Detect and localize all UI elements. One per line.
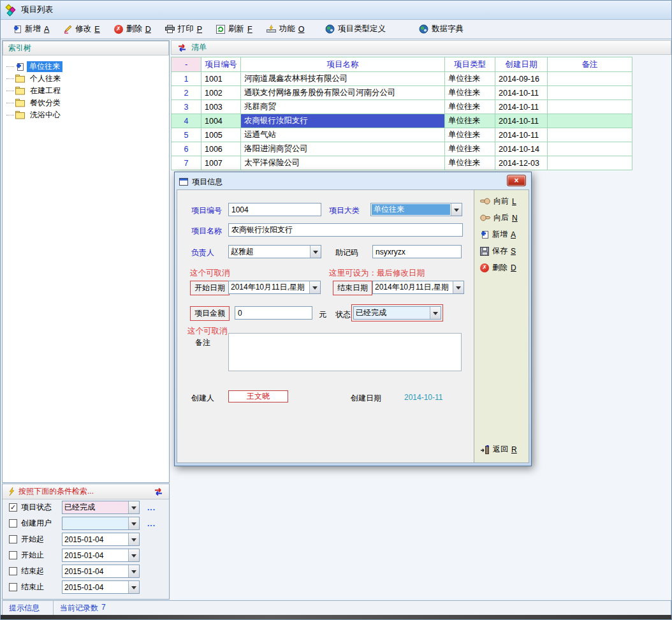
cell-name[interactable]: 河南道晟鑫农林科技有限公司	[241, 72, 445, 86]
cell-code[interactable]: 1004	[201, 114, 241, 128]
next-button[interactable]: 向后N	[480, 212, 529, 223]
chevron-down-icon[interactable]	[309, 281, 320, 293]
cell-note[interactable]	[548, 86, 632, 100]
dialog-add-button[interactable]: 新增A	[480, 229, 529, 240]
table-row[interactable]: 7 1007 太平洋保险公司 单位往来 2014-12-03	[172, 156, 632, 170]
cell-index[interactable]: 3	[172, 100, 201, 114]
cell-date[interactable]: 2014-10-14	[495, 142, 548, 156]
end-date-select[interactable]: 2014年10月11日,星期	[372, 281, 464, 294]
table-row[interactable]: 1 1001 河南道晟鑫农林科技有限公司 单位往来 2014-09-16	[172, 72, 632, 86]
chevron-down-icon[interactable]	[128, 549, 139, 561]
note-textarea[interactable]	[228, 333, 462, 371]
status-more-button[interactable]: ...	[147, 503, 156, 512]
swap-arrows-icon[interactable]	[153, 488, 164, 496]
tree-item-unit[interactable]: 单位往来	[6, 61, 169, 73]
prev-button[interactable]: 向前L	[480, 196, 529, 207]
manager-select[interactable]: 赵雅超	[228, 245, 321, 258]
end-from-date-select[interactable]: 2015-01-04	[62, 565, 140, 578]
cell-date[interactable]: 2014-10-11	[495, 86, 548, 100]
tree-item-bath[interactable]: 洗浴中心	[6, 109, 169, 121]
chevron-down-icon[interactable]	[128, 581, 139, 593]
table-row[interactable]: 2 1002 通联支付网络服务股份有限公司河南分公司 单位往来 2014-10-…	[172, 86, 632, 100]
creator-checkbox[interactable]	[9, 519, 17, 528]
start-from-date-select[interactable]: 2015-01-04	[62, 533, 140, 546]
name-input[interactable]: 农商银行汝阳支行	[228, 223, 463, 237]
cell-note[interactable]	[548, 142, 632, 156]
start-date-select[interactable]: 2014年10月11日,星期	[228, 281, 321, 294]
cell-name[interactable]: 运通气站	[241, 128, 445, 142]
cell-code[interactable]: 1005	[201, 128, 241, 142]
cell-note[interactable]	[548, 100, 632, 114]
data-dictionary-button[interactable]: 数据字典	[412, 21, 471, 38]
cell-index[interactable]: 2	[172, 86, 201, 100]
creator-more-button[interactable]: ...	[147, 519, 156, 528]
chevron-down-icon[interactable]	[128, 517, 139, 529]
end-from-checkbox[interactable]	[9, 567, 17, 575]
table-row[interactable]: 6 1006 洛阳进润商贸公司 单位往来 2014-10-14	[172, 142, 632, 156]
tree-item-construction[interactable]: 在建工程	[6, 85, 169, 97]
mnemonic-input[interactable]: nsyxryzx	[372, 245, 462, 258]
cell-type[interactable]: 单位往来	[445, 128, 495, 142]
cell-date[interactable]: 2014-09-16	[495, 72, 548, 86]
cell-type[interactable]: 单位往来	[445, 72, 495, 86]
cell-note[interactable]	[548, 156, 632, 170]
chevron-down-icon[interactable]	[451, 203, 462, 216]
table-row[interactable]: 5 1005 运通气站 单位往来 2014-10-11	[172, 128, 632, 142]
cell-index[interactable]: 6	[172, 142, 201, 156]
chevron-down-icon[interactable]	[128, 565, 139, 577]
cell-name[interactable]: 通联支付网络服务股份有限公司河南分公司	[241, 86, 445, 100]
dialog-save-button[interactable]: 保存S	[480, 246, 529, 256]
tree-item-personal[interactable]: 个人往来	[6, 73, 169, 85]
cell-date[interactable]: 2014-10-11	[495, 128, 548, 142]
chevron-down-icon[interactable]	[128, 501, 139, 513]
category-select[interactable]: 单位往来	[370, 203, 462, 216]
add-button[interactable]: 新增A	[6, 21, 56, 38]
chevron-down-icon[interactable]	[453, 281, 464, 293]
table-row-selected[interactable]: 4 1004 农商银行汝阳支行 单位往来 2014-10-11	[172, 114, 632, 128]
dialog-title-bar[interactable]: 项目信息 ×	[177, 174, 529, 189]
cell-code[interactable]: 1007	[201, 156, 241, 170]
cell-code[interactable]: 1006	[201, 142, 241, 156]
cell-type[interactable]: 单位往来	[445, 86, 495, 100]
cell-index[interactable]: 7	[172, 156, 201, 170]
code-input[interactable]: 1004	[228, 203, 321, 216]
chevron-down-icon[interactable]	[128, 533, 139, 545]
end-to-date-select[interactable]: 2015-01-04	[62, 580, 140, 594]
cell-date[interactable]: 2014-10-11	[495, 100, 548, 114]
cell-name[interactable]: 洛阳进润商贸公司	[241, 142, 445, 156]
cell-note[interactable]	[548, 72, 632, 86]
dialog-delete-button[interactable]: ✗ 删除D	[480, 262, 529, 273]
cell-note[interactable]	[548, 128, 632, 142]
delete-button[interactable]: ✗ 删除D	[107, 21, 158, 38]
refresh-button[interactable]: 刷新F	[209, 21, 259, 38]
status-select[interactable]: 已经完成	[353, 306, 441, 320]
cell-note[interactable]	[548, 114, 632, 128]
table-row[interactable]: 3 1003 兆群商贸 单位往来 2014-10-11	[172, 100, 632, 114]
tree-item-catering[interactable]: 餐饮分类	[6, 97, 169, 109]
creator-filter-select[interactable]	[62, 517, 140, 530]
cell-code[interactable]: 1003	[201, 100, 241, 114]
cell-index[interactable]: 1	[172, 72, 201, 86]
chevron-down-icon[interactable]	[430, 307, 441, 319]
chevron-down-icon[interactable]	[310, 246, 321, 258]
project-type-def-button[interactable]: 项目类型定义	[318, 21, 393, 38]
cell-type[interactable]: 单位往来	[445, 156, 495, 170]
start-to-date-select[interactable]: 2015-01-04	[62, 549, 140, 562]
cell-type[interactable]: 单位往来	[445, 100, 495, 114]
edit-button[interactable]: 修改E	[56, 21, 106, 38]
status-filter-select[interactable]: 已经完成	[62, 501, 140, 514]
cell-name[interactable]: 兆群商贸	[241, 100, 445, 114]
cell-date[interactable]: 2014-10-11	[495, 114, 548, 128]
cell-index[interactable]: 4	[172, 114, 201, 128]
cell-code[interactable]: 1002	[201, 86, 241, 100]
cell-name[interactable]: 农商银行汝阳支行	[241, 114, 445, 128]
end-to-checkbox[interactable]	[9, 583, 17, 591]
cell-code[interactable]: 1001	[201, 72, 241, 86]
cell-name[interactable]: 太平洋保险公司	[241, 156, 445, 170]
function-button[interactable]: 功能O	[259, 21, 312, 38]
close-icon[interactable]: ×	[507, 175, 526, 186]
cell-date[interactable]: 2014-12-03	[495, 156, 548, 170]
return-button[interactable]: 返回R	[480, 444, 517, 455]
cell-type[interactable]: 单位往来	[445, 142, 495, 156]
cell-type[interactable]: 单位往来	[445, 114, 495, 128]
